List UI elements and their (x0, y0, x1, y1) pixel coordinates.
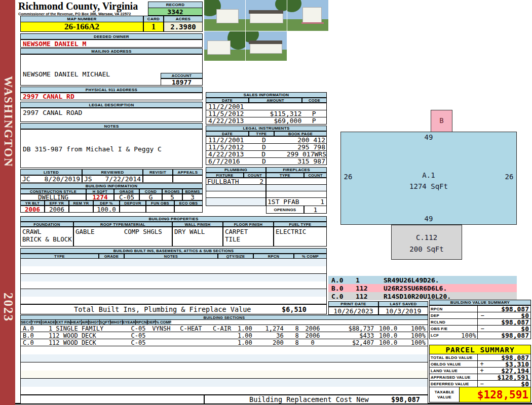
built-ins-header: BUILDING BUILT INS, BASEMENTS, ATTICS & … (20, 248, 327, 254)
dep-header: DEP % (93, 200, 120, 206)
cond-header: COND (139, 189, 162, 194)
sales-col-code: CODE (302, 98, 327, 103)
effyr-value: 2006 (45, 206, 69, 213)
record-value: 3342 (148, 8, 203, 16)
hsqft-value: 1274 (86, 194, 114, 200)
notes-line1: DB 315-987 from Michael I & Peggy C (23, 145, 162, 153)
wall-finish-header: WALL FINISH (172, 222, 223, 227)
property-photo-3[interactable] (287, 0, 328, 31)
appeals-header: APPEALS (173, 169, 203, 175)
cond-value: G (139, 194, 162, 200)
parcel-row: DEFERRED VALUE − $0 (429, 380, 531, 387)
remyr-value (69, 206, 93, 213)
depovr-header: DEPOVR (120, 200, 146, 206)
rooms-value: 5 (162, 194, 182, 200)
fireplace-row: 1ST PFAB 1 (266, 197, 327, 206)
sales-col-date: DATE (206, 98, 249, 103)
taxable-value-row: TAXABLE VALUE $128,591 (429, 387, 531, 402)
li-col-type: TYPE (249, 131, 274, 136)
replacement-cost-label: Building Replacement Cost New (249, 395, 369, 403)
appeals-value (173, 175, 203, 183)
taxable-value-label: TAXABLE VALUE (430, 387, 460, 402)
listed-date: 8/20/2019 (45, 175, 80, 183)
depovr-value (120, 206, 146, 213)
sketch-section-c (391, 225, 462, 260)
replacement-cost-left-spacer (20, 395, 204, 404)
property-photo-5[interactable] (246, 31, 287, 61)
built-ins-total-label: Total Built Ins, Plumbing & Fireplace Va… (74, 305, 251, 313)
last-saved-header: LAST SAVED (378, 301, 428, 307)
notes-header: NOTES (20, 123, 203, 129)
built-ins-total-value: $6,510 (282, 305, 307, 313)
notes-box: DB 315-987 from Michael I & Peggy C News… (20, 129, 203, 168)
physical-address-header: PHYSICAL 911 ADDRESS (20, 87, 203, 93)
style-value: DWELLING (20, 194, 86, 200)
building-section-row: B.0112 WOOD DECK C-05 1.0036 82006 $4331… (20, 332, 428, 339)
legal-instrument-row: 4/22/2013 D 299 017WRS (206, 150, 327, 158)
building-section-row: A.01 SINGLE FAMILY C-05VYNSH C-HEATC-AIR… (20, 325, 428, 332)
reviewed-value: JS 7/22/2014 (82, 175, 143, 183)
legal-description-value: 2997 CANAL ROAD (20, 108, 203, 122)
plumbing-header: PLUMBING (206, 167, 266, 173)
legal-instrument-row: 11/2/2001 D 200 412 (206, 136, 327, 144)
legal-description-header: LEGAL DESCRIPTION (20, 102, 203, 108)
sketch-c-sqft: 200 SqFt (391, 245, 462, 253)
sales-row: 4/22/2013 $69,000 P (206, 117, 327, 125)
fireplaces-header: FIREPLACES (266, 167, 327, 173)
ecoobs-value (174, 206, 203, 213)
grade-value: C-05 (114, 194, 139, 200)
sales-row: 11/2/2001 (206, 103, 327, 110)
sales-header: SALES INFORMATION (206, 92, 327, 98)
print-date-value: 10/26/2023 (328, 307, 378, 315)
floor-finish-header: FLOOR FINISH (223, 222, 274, 227)
foundation-value: CRAWLBRICK & BLOCK (20, 227, 73, 247)
built-ins-col-type: TYPE (20, 254, 99, 259)
sidebar (0, 0, 15, 405)
roof-header: ROOF TYPE/MATERIAL (73, 222, 172, 227)
plumbing-row (206, 191, 266, 198)
physical-address-value: 2997 CANAL RD (20, 93, 203, 100)
dep-value: 100.0 (93, 206, 120, 213)
listed-by: JC (22, 175, 30, 183)
plumbing-row (206, 184, 266, 191)
replacement-cost-value: $98,087 (391, 395, 420, 403)
sketch-dim-bottom: 49 (419, 215, 439, 223)
county-title: Richmond County, Virginia (18, 1, 147, 11)
remyr-header: REM YR (69, 200, 93, 206)
property-photo-4[interactable] (204, 31, 245, 61)
bvs-row: RCLND $98,087 (429, 318, 531, 326)
legal-instrument-row: 11/5/2012 D 295 798 (206, 143, 327, 151)
funobs-header: FUN OBS (146, 200, 174, 206)
bvs-row: LCF100% $98,087 (429, 332, 531, 339)
ecoobs-header: ECO OBS (174, 200, 203, 206)
parcel-row: LAND VALUE + $27,194 (429, 367, 531, 374)
sketch-legend-row-c: C.0 112 R14SD10R20U10L20. (328, 292, 517, 300)
built-ins-col-notes: NOTES (124, 254, 218, 259)
building-info-header: BUILDING INFORMATION (20, 183, 203, 189)
property-photo-1[interactable] (204, 0, 245, 31)
property-photo-2[interactable] (246, 0, 287, 31)
sketch-a-label: A.1 (340, 171, 517, 179)
deeded-owner-header: DEEDED OWNER (20, 33, 203, 39)
sales-row: 11/5/2012 $115,312 P (206, 110, 327, 117)
building-section-row: C.0112 WOOD DECK C-05 1.00200 80 $2,4071… (20, 339, 428, 346)
listed-value: JC 8/20/2019 (20, 175, 82, 183)
sketch-legend-row-a: A.0 1 SR49U26L49D26. (328, 276, 517, 284)
print-date-header: PRINT DATE (328, 301, 378, 307)
fireplace-row (266, 191, 327, 198)
bdrms-header: BDRMS (182, 189, 203, 194)
built-ins-col-rpcn: RPCN (253, 254, 294, 259)
bvs-row: DEP − $0 (429, 312, 531, 319)
building-sections-empty-rows (20, 346, 428, 395)
bvs-header: BUILDING VALUE SUMMARY (429, 300, 531, 305)
acres-value: 2.3980 (164, 22, 203, 32)
building-properties-header: BUILDING PROPERTIES (20, 216, 327, 222)
mailing-name: NEWSOME DANIEL MICHAEL (23, 70, 110, 78)
plumbing-row (206, 197, 266, 206)
li-col-date: DATE (206, 131, 249, 136)
sketch-dim-top: 49 (419, 133, 439, 141)
li-col-bookpage: BOOK PAGE (274, 131, 327, 136)
year-label: 2023 (1, 293, 15, 322)
map-number-value: 26-166A2 (20, 22, 143, 32)
plumbing-col-count: COUNT (244, 173, 266, 178)
